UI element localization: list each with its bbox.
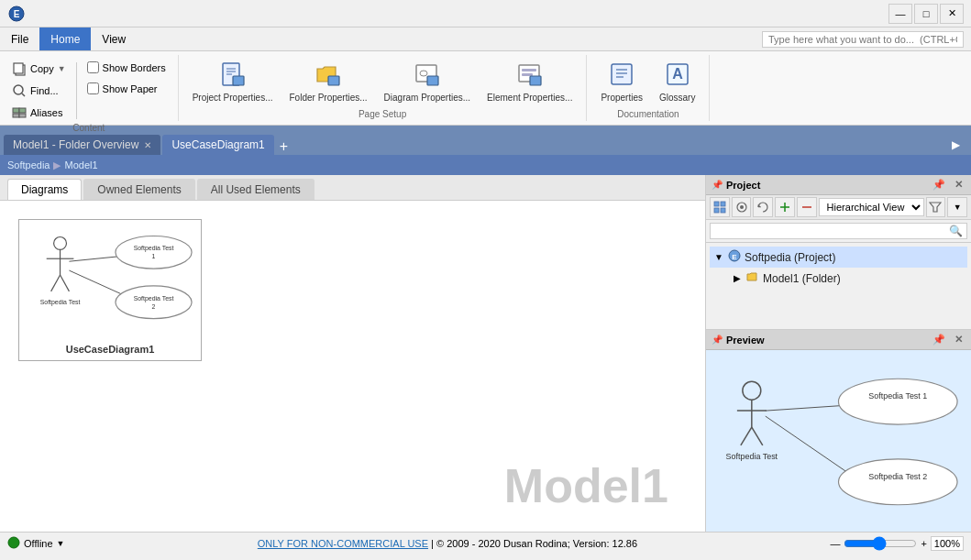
tree-expand-model1-icon[interactable]: ▶	[732, 273, 743, 283]
project-filter-btn[interactable]	[926, 197, 946, 217]
svg-text:A: A	[672, 66, 683, 82]
show-borders-label: Show Borders	[103, 62, 166, 73]
project-tree: ▼ E Softpedia (Project) ▶	[706, 243, 971, 329]
svg-line-32	[51, 275, 61, 291]
tab-all-used-elements[interactable]: All Used Elements	[197, 179, 314, 200]
svg-point-48	[740, 205, 744, 209]
watermark: Model1	[504, 458, 668, 513]
show-paper-checkbox[interactable]	[87, 82, 99, 94]
glossary-button[interactable]: A Glossary	[653, 59, 701, 105]
project-view-btn-1[interactable]	[710, 197, 730, 217]
tree-folder-icon	[746, 270, 759, 286]
title-bar: E — □ ✕	[0, 0, 971, 27]
tab-usecase-diagram[interactable]: UseCaseDiagram1	[162, 135, 273, 155]
tree-softpedia-label: Softpedia (Project)	[745, 251, 835, 264]
svg-text:Softpedia Test 1: Softpedia Test 1	[868, 391, 927, 401]
preview-panel-pin-btn[interactable]: 📌	[930, 333, 948, 346]
element-properties-button[interactable]: Element Properties...	[480, 59, 579, 105]
zoom-slider[interactable]	[844, 536, 917, 551]
folder-properties-button[interactable]: Folder Properties...	[283, 59, 374, 105]
project-panel-pin-icon: 📌	[712, 180, 723, 190]
tab-folder-overview-close[interactable]: ✕	[144, 140, 151, 150]
preview-panel-title: Preview	[726, 335, 926, 346]
svg-rect-46	[721, 208, 725, 213]
menu-home[interactable]: Home	[39, 27, 91, 50]
svg-rect-23	[612, 64, 632, 84]
tree-expand-icon[interactable]: ▼	[713, 252, 724, 262]
tab-usecase-label: UseCaseDiagram1	[171, 138, 264, 151]
aliases-button[interactable]: Aliases	[7, 103, 71, 123]
svg-rect-15	[328, 76, 339, 85]
tree-child-model1: ▶ Model1 (Folder)	[710, 268, 967, 289]
connection-dropdown-btn[interactable]: ▼	[57, 539, 65, 548]
minimize-button[interactable]: —	[888, 4, 912, 24]
project-view-btn-2[interactable]	[732, 197, 752, 217]
svg-point-29	[54, 236, 67, 249]
documentation-group-label: Documentation	[594, 109, 701, 121]
svg-text:2: 2	[152, 303, 156, 310]
svg-rect-14	[233, 76, 244, 85]
tree-item-softpedia-project[interactable]: ▼ E Softpedia (Project)	[710, 247, 967, 268]
diagram-properties-button[interactable]: Diagram Properties...	[378, 59, 477, 105]
tab-overflow-button[interactable]: ▶	[944, 135, 967, 155]
add-tab-button[interactable]: +	[276, 138, 292, 155]
svg-rect-9	[19, 114, 26, 117]
tab-diagrams[interactable]: Diagrams	[7, 179, 82, 200]
title-bar-controls: — □ ✕	[888, 4, 964, 24]
project-panel-pin-btn[interactable]: 📌	[930, 178, 948, 192]
properties-label: Properties	[601, 93, 643, 103]
menu-bar: File Home View	[0, 27, 971, 51]
app-icon: E	[7, 5, 26, 23]
menu-view[interactable]: View	[91, 27, 137, 50]
content-panel: Diagrams Owned Elements All Used Element…	[0, 175, 705, 532]
project-more-btn[interactable]: ▼	[947, 197, 967, 217]
project-properties-button[interactable]: Project Properties...	[186, 59, 280, 105]
show-paper-checkbox-label[interactable]: Show Paper	[83, 80, 171, 97]
svg-line-58	[741, 427, 752, 445]
show-borders-checkbox-label[interactable]: Show Borders	[83, 59, 171, 76]
glossary-label: Glossary	[659, 93, 695, 103]
diagram-thumbnail[interactable]: Softpedia Test Softpedia Test 1 Softpedi…	[18, 219, 202, 361]
project-remove-btn[interactable]	[797, 197, 817, 217]
breadcrumb-softpedia[interactable]: Softpedia	[7, 159, 50, 170]
svg-text:Softpedia Test: Softpedia Test	[726, 452, 778, 461]
svg-point-65	[839, 459, 958, 505]
close-button[interactable]: ✕	[940, 4, 964, 24]
project-panel-title: Project	[726, 180, 926, 191]
copyright-text: © 2009 - 2020 Dusan Rodina; Version: 12.…	[436, 538, 637, 549]
zoom-increase-btn[interactable]: +	[921, 538, 926, 549]
project-add-btn[interactable]	[775, 197, 795, 217]
svg-rect-7	[19, 108, 26, 113]
svg-rect-3	[14, 63, 23, 73]
view-select[interactable]: Hierarchical View Flat View Package View	[819, 198, 924, 216]
svg-text:E: E	[732, 253, 737, 261]
copy-button[interactable]: Copy ▼	[7, 59, 71, 79]
ribbon: Copy ▼ Find...	[0, 51, 971, 126]
svg-text:E: E	[14, 9, 20, 19]
menu-file[interactable]: File	[0, 27, 39, 50]
preview-content: Softpedia Test Softpedia Test 1 Softpedi…	[706, 350, 971, 532]
maximize-button[interactable]: □	[914, 4, 938, 24]
right-panel: 📌 Project 📌 ✕	[705, 175, 971, 532]
svg-point-67	[8, 537, 19, 548]
tab-folder-overview[interactable]: Model1 - Folder Overview ✕	[4, 135, 160, 155]
breadcrumb-model1[interactable]: Model1	[64, 159, 97, 170]
show-borders-checkbox[interactable]	[87, 61, 99, 73]
svg-line-5	[22, 93, 25, 96]
zoom-decrease-btn[interactable]: —	[830, 538, 840, 549]
svg-rect-22	[530, 76, 541, 85]
tab-owned-elements[interactable]: Owned Elements	[83, 179, 194, 200]
tree-item-model1[interactable]: ▶ Model1 (Folder)	[728, 268, 967, 289]
search-input[interactable]	[762, 31, 964, 48]
project-search-input[interactable]	[710, 223, 967, 239]
project-refresh-btn[interactable]	[753, 197, 773, 217]
project-panel-close-btn[interactable]: ✕	[952, 178, 965, 192]
properties-button[interactable]: Properties	[594, 59, 649, 105]
status-center: ONLY FOR NON-COMMERCIAL USE | © 2009 - 2…	[72, 538, 823, 549]
preview-panel-close-btn[interactable]: ✕	[952, 333, 965, 346]
svg-text:Softpedia Test 2: Softpedia Test 2	[868, 472, 927, 481]
search-icon: 🔍	[949, 225, 963, 237]
non-commercial-link[interactable]: ONLY FOR NON-COMMERCIAL USE	[258, 538, 428, 549]
find-button[interactable]: Find...	[7, 81, 71, 101]
project-panel: 📌 Project 📌 ✕	[706, 175, 971, 330]
